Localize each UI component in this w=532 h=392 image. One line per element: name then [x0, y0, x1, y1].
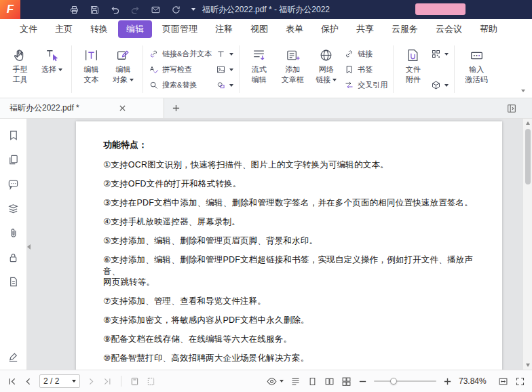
title-bar: F 福昕办公2022.pdf * - 福昕办公2022 [0, 0, 532, 19]
layers-panel-icon[interactable] [7, 203, 19, 214]
page-line: ④支持手机放映遥控器、屏幕录制。 [103, 216, 482, 228]
single-page-view-button[interactable] [307, 376, 318, 387]
edit-object-caret-icon[interactable] [130, 79, 134, 81]
tab-page-management[interactable]: 页面管理 [153, 20, 206, 38]
bookmarks-panel-icon[interactable] [7, 130, 19, 141]
add-shapes-button[interactable] [216, 79, 233, 92]
add-text-caret-icon[interactable] [229, 53, 233, 56]
reflow-view-button[interactable] [290, 376, 301, 387]
side-panel-toggle-button[interactable] [506, 98, 517, 118]
scroll-down-icon[interactable] [523, 361, 532, 370]
document-viewport[interactable]: 功能特点： ①支持OCR图文识别，快速将扫描件、图片上的文字转换为可编辑的文本。… [27, 119, 532, 370]
pdf-page[interactable]: 功能特点： ①支持OCR图文识别，快速将扫描件、图片上的文字转换为可编辑的文本。… [76, 121, 502, 370]
signature-panel-icon[interactable] [7, 351, 19, 363]
add-image-caret-icon[interactable] [229, 68, 233, 71]
scroll-up-icon[interactable] [523, 119, 532, 128]
attachments-panel-icon[interactable] [7, 227, 19, 239]
scrollbar-thumb[interactable] [525, 129, 531, 184]
bookmark-button[interactable]: 书签 [344, 63, 387, 76]
mail-icon[interactable] [151, 5, 161, 15]
add-text-icon [216, 49, 226, 59]
zoom-percent-value[interactable]: 73.84% [459, 376, 491, 386]
content-area: 功能特点： ①支持OCR图文识别，快速将扫描件、图片上的文字转换为可编辑的文本。… [0, 119, 532, 370]
web-link-button[interactable]: 网络 链接 [310, 43, 342, 96]
last-page-button[interactable] [102, 376, 113, 387]
undo-icon[interactable] [110, 5, 120, 15]
tab-home[interactable]: 主页 [46, 20, 81, 38]
redo-icon[interactable] [130, 5, 140, 15]
read-mode-button[interactable] [266, 376, 284, 387]
spell-check-icon [149, 64, 159, 75]
tab-protect[interactable]: 保护 [312, 20, 347, 38]
next-view-button[interactable] [146, 376, 156, 387]
tab-edit[interactable]: 编辑 [118, 20, 152, 38]
add-shapes-caret-icon[interactable] [229, 84, 233, 87]
zoom-in-button[interactable] [443, 377, 452, 386]
globe-icon [318, 46, 334, 64]
tab-convert[interactable]: 转换 [81, 20, 117, 38]
facing-pages-view-button[interactable] [324, 376, 335, 387]
page-heading: 功能特点： [103, 139, 482, 151]
foxit-logo-icon[interactable]: F [0, 0, 20, 19]
link-button[interactable]: 链接 [344, 47, 387, 60]
zoom-slider[interactable] [374, 376, 436, 386]
continuous-facing-view-button[interactable] [341, 376, 352, 387]
spell-check-button[interactable]: 拼写检查 [149, 63, 212, 76]
3d-object-button[interactable] [431, 79, 449, 92]
previous-page-button[interactable] [23, 376, 33, 387]
tab-comment[interactable]: 注释 [206, 20, 242, 38]
save-icon[interactable] [90, 5, 100, 15]
page-thumbnails-icon[interactable] [7, 154, 19, 165]
add-image-button[interactable] [216, 63, 233, 76]
previous-view-button[interactable] [130, 376, 140, 387]
tab-view[interactable]: 视图 [242, 20, 277, 38]
tab-share[interactable]: 共享 [347, 20, 383, 38]
qr-code-button[interactable] [431, 47, 449, 60]
select-tool-button[interactable]: 选择 [36, 43, 68, 96]
ribbon-toolbar: 手型 工具 选择 编辑 文本 编辑 对象 链接&合并文本 [0, 39, 532, 98]
tab-help[interactable]: 帮助 [471, 20, 506, 38]
tab-close-icon[interactable] [87, 102, 159, 115]
refresh-icon[interactable] [171, 5, 181, 15]
link-merge-text-button[interactable]: 链接&合并文本 [149, 47, 212, 60]
vertical-scrollbar[interactable] [522, 119, 532, 370]
fit-width-button[interactable] [498, 376, 508, 387]
comments-panel-icon[interactable] [7, 178, 19, 190]
fullscreen-button[interactable] [515, 376, 525, 387]
page-number-caret-icon[interactable] [72, 380, 76, 383]
tab-cloud-meeting[interactable]: 云会议 [427, 20, 471, 38]
flow-edit-button[interactable]: 流式 编辑 [243, 43, 275, 96]
search-replace-button[interactable]: 搜索&替换 [149, 79, 212, 92]
read-mode-caret-icon[interactable] [280, 380, 284, 383]
page-line: ⑤支持添加、编辑、删除和管理页眉页脚、背景和水印。 [103, 235, 482, 247]
first-page-button[interactable] [7, 376, 17, 387]
file-attachment-button[interactable]: 文件 附件 [397, 43, 429, 96]
page-number-input[interactable]: 2 / 2 [39, 374, 80, 388]
print-icon[interactable] [69, 5, 79, 15]
zoom-slider-thumb[interactable] [390, 378, 397, 385]
edit-text-button[interactable]: 编辑 文本 [75, 43, 107, 96]
add-text-button[interactable] [216, 47, 233, 60]
security-panel-icon[interactable] [7, 252, 19, 263]
activation-code-button[interactable]: 输入 激活码 [458, 43, 495, 96]
account-redacted-badge[interactable] [415, 3, 466, 15]
select-caret-icon[interactable] [58, 68, 62, 71]
new-tab-button[interactable] [170, 102, 182, 115]
cube-caret-icon[interactable] [444, 84, 449, 87]
zoom-out-button[interactable] [358, 377, 367, 386]
hand-tool-button[interactable]: 手型 工具 [4, 43, 36, 96]
tab-cloud-service[interactable]: 云服务 [383, 20, 427, 38]
qr-caret-icon[interactable] [444, 53, 449, 56]
tab-file[interactable]: 文件 [11, 20, 46, 38]
tab-form[interactable]: 表单 [277, 20, 312, 38]
destinations-panel-icon[interactable] [7, 276, 19, 288]
next-page-button[interactable] [86, 376, 96, 387]
quick-toolbar-caret-icon[interactable] [191, 8, 195, 11]
document-tab[interactable]: 福昕办公2022.pdf * [0, 98, 164, 118]
add-article-box-button[interactable]: 添加 文章框 [275, 43, 310, 96]
web-link-caret-icon[interactable] [332, 79, 337, 81]
cross-reference-button[interactable]: 交叉引用 [344, 79, 387, 92]
ribbon-collapse-icon[interactable] [521, 90, 525, 92]
panel-collapse-icon[interactable] [27, 239, 34, 254]
edit-object-button[interactable]: 编辑 对象 [107, 43, 139, 96]
